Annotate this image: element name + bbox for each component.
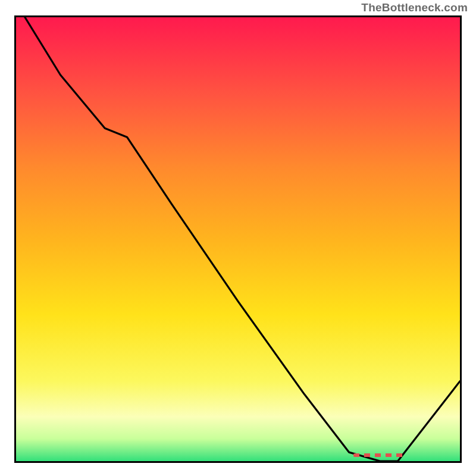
watermark-text: TheBottleneck.com [361, 1, 468, 14]
optimal-range-marker [353, 453, 407, 457]
chart-curve-svg [16, 17, 460, 461]
bottleneck-curve-path [25, 17, 460, 461]
chart-plot-area [14, 15, 462, 463]
